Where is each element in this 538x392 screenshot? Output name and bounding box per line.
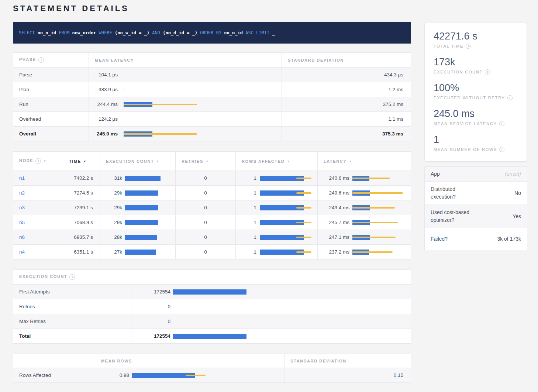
node-link[interactable]: n2: [19, 190, 25, 196]
summary-stat-value: 1: [434, 134, 520, 145]
rows-affected-bar-chart: [260, 190, 311, 196]
summary-stat-value: 173k: [434, 56, 520, 68]
sql-statement-box: SELECT no_o_id FROM new_order WHERE (no_…: [13, 22, 411, 44]
attribute-value: Yes: [491, 205, 527, 228]
summary-stat-label: Mean Service Latency: [434, 121, 497, 126]
info-icon[interactable]: i: [485, 69, 490, 75]
summary-stats-card: 42271.6 s Total Timei 173k Execution Cou…: [424, 22, 527, 162]
stddev-value: 375.2 ms: [282, 97, 411, 112]
summary-stat: 173k Execution Counti: [434, 56, 520, 75]
mean-latency-value: 124.2 µs: [95, 116, 118, 122]
rows-stddev-value: 0.15: [284, 368, 411, 383]
mean-bar: [125, 220, 158, 225]
mean-rows-column-header: Mean Rows: [95, 354, 284, 368]
execution-count-title: Execution Count: [19, 274, 67, 279]
attribute-value: 3k of 173k: [491, 228, 527, 250]
phase-row: Overall 245.0 ms 375.3 ms: [13, 127, 411, 141]
info-icon[interactable]: i: [466, 44, 471, 49]
rows-affected-table: Mean Rows Standard Deviation Rows Affect…: [13, 354, 411, 383]
execution-count-row-value: 0: [137, 319, 170, 324]
mean-bar: [125, 176, 161, 181]
summary-stat-label: Total Time: [434, 44, 463, 48]
node-column-header[interactable]: Nodei▼: [13, 152, 63, 171]
summary-stat: 42271.6 s Total Timei: [434, 31, 520, 49]
sql-keyword: ORDER BY: [197, 30, 221, 35]
stddev-column-header: Standard Deviation: [282, 53, 411, 68]
sort-arrow-icon[interactable]: ▼: [83, 160, 87, 163]
node-header-label: Node: [19, 158, 33, 163]
summary-stat: 100% Executed without Retryi: [434, 82, 520, 100]
mean-latency-column-header: Mean Latency: [89, 53, 282, 68]
sort-arrow-icon[interactable]: ▼: [287, 160, 290, 163]
node-link[interactable]: n6: [19, 234, 25, 240]
stddev-line: [352, 237, 396, 238]
sort-arrow-icon[interactable]: ▼: [43, 159, 47, 163]
execution-count-section-header: Execution Counti: [13, 270, 411, 285]
execution-count-row: Max Retries 0: [13, 314, 411, 329]
execution-count-column-header[interactable]: Execution Count▼: [100, 152, 176, 171]
node-table-header-row: Nodei▼ Time▼ Execution Count▼ Retries▼ R: [13, 152, 411, 171]
node-rows-affected-value: 1: [242, 175, 256, 181]
node-link[interactable]: n1: [19, 175, 25, 181]
node-retries-value: 0: [176, 171, 236, 186]
latency-column-header[interactable]: Latency▼: [318, 152, 411, 171]
phase-row: Run 244.4 ms 375.2 ms: [13, 97, 411, 112]
stddev-value: 434.3 µs: [282, 68, 411, 82]
latency-bar-chart: [124, 72, 276, 78]
sort-arrow-icon[interactable]: ▼: [349, 160, 352, 163]
info-icon[interactable]: i: [38, 57, 44, 63]
stddev-line: [352, 251, 393, 253]
retries-column-header[interactable]: Retries▼: [176, 152, 236, 171]
info-icon[interactable]: i: [69, 274, 75, 280]
phase-row: Overhead 124.2 µs 1.1 ms: [13, 112, 411, 127]
mean-bar: [125, 205, 158, 210]
execution-count-row: Total 172554: [13, 329, 411, 344]
node-link[interactable]: n5: [19, 220, 25, 225]
count-bar: [173, 289, 246, 295]
execution-count-row-label: Retries: [13, 299, 131, 314]
sql-identifier: new_order: [69, 30, 96, 35]
summary-stat-value: 42271.6 s: [434, 31, 520, 42]
rows-affected-column-header[interactable]: Rows Affected▼: [236, 152, 318, 171]
info-icon[interactable]: i: [35, 158, 41, 164]
stddev-value: 1.1 ms: [282, 112, 411, 127]
node-link[interactable]: n4: [19, 249, 25, 255]
node-row: n4 6351.1 s 27k 0 1: [13, 245, 411, 259]
execution-count-table: Execution Counti First Attempts 172554: [13, 269, 411, 344]
execution-count-bar-chart: [173, 319, 405, 324]
attribute-row: Used cost-based optimizer? Yes: [425, 205, 527, 228]
node-statistics-table: Nodei▼ Time▼ Execution Count▼ Retries▼ R: [13, 151, 411, 259]
summary-stat: 1 Mean Number of Rowsi: [434, 134, 520, 152]
execution-count-row: Retries 0: [13, 299, 411, 314]
node-latency-value: 249.4 ms: [324, 205, 349, 210]
summary-stat-value: 245.0 ms: [434, 108, 520, 120]
rows-affected-row: Rows Affected 0.98 0.15: [13, 368, 411, 383]
node-rows-affected-value: 1: [242, 220, 256, 225]
info-icon[interactable]: i: [499, 147, 504, 152]
stddev-line: [186, 375, 206, 376]
sort-arrow-icon[interactable]: ▼: [206, 160, 209, 163]
latency-bar-chart: [124, 117, 276, 122]
rows-affected-bar-chart: [260, 205, 311, 210]
mean-latency-value: 383.9 µs: [95, 87, 118, 92]
statement-attributes-table: App (unset) Distributed execution? No Us…: [424, 166, 527, 250]
stddev-line: [296, 237, 311, 238]
mean-latency-value: 104.1 µs: [95, 72, 118, 78]
info-icon[interactable]: i: [499, 121, 504, 126]
stddev-line: [124, 89, 124, 90]
latency-bar-chart: [124, 131, 276, 137]
phase-table-header-row: Phasei Mean Latency Standard Deviation: [13, 53, 411, 68]
attribute-row: App (unset): [425, 167, 527, 182]
sort-arrow-icon[interactable]: ▼: [156, 160, 160, 163]
info-icon[interactable]: i: [507, 95, 513, 100]
phase-label: Overhead: [13, 112, 89, 127]
sql-identifier: _: [269, 30, 275, 35]
execution-count-row-value: 172554: [137, 289, 170, 295]
node-execution-count-value: 31k: [106, 175, 122, 181]
node-row: n6 6935.7 s 28k 0 1: [13, 230, 411, 245]
time-header-label: Time: [69, 159, 81, 164]
stddev-line: [124, 133, 197, 135]
node-execution-count-value: 28k: [106, 234, 122, 240]
node-link[interactable]: n3: [19, 205, 25, 210]
time-column-header[interactable]: Time▼: [63, 152, 100, 171]
